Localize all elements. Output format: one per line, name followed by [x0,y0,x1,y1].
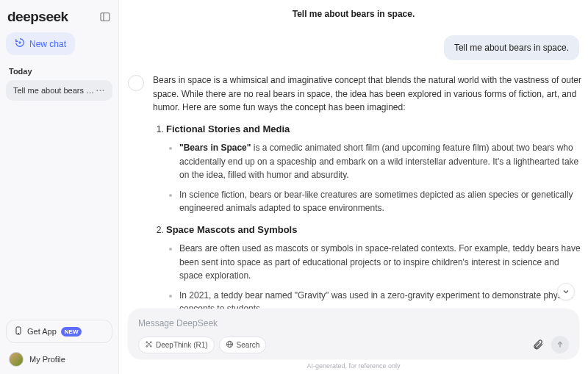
main: Tell me about bears in space. Tell me ab… [119,0,588,374]
avatar [9,352,24,367]
deepthink-icon [145,340,153,350]
send-button[interactable] [551,336,569,353]
collapse-sidebar-icon[interactable] [98,10,112,24]
assistant-section: Fictional Stories and Media "Bears in Sp… [166,122,582,215]
user-message-row: Tell me about bears in space. [128,35,579,60]
profile-label: My Profile [29,355,65,364]
scroll-to-bottom-button[interactable] [557,283,575,301]
svg-point-10 [150,345,151,347]
new-chat-label: New chat [29,39,66,49]
composer-chips: DeepThink (R1) Search [138,337,266,353]
globe-icon [226,340,234,350]
list-item: "Bears in Space" is a comedic animated s… [179,141,582,182]
svg-point-9 [146,345,148,347]
get-app-button[interactable]: Get App NEW [6,320,112,343]
deepthink-label: DeepThink (R1) [156,341,208,349]
new-chat-button[interactable]: New chat [6,32,75,55]
deepthink-chip[interactable]: DeepThink (R1) [138,337,215,353]
svg-rect-0 [101,13,110,21]
chat-item-title: Tell me about bears in space [13,86,95,95]
sidebar: deepseek New chat Today Tell me about be… [0,0,119,374]
page-title: Tell me about bears in space. [119,0,588,26]
brand-logo: deepseek [7,9,68,25]
composer-bottom: DeepThink (R1) Search [138,336,569,353]
chat-item-menu-icon[interactable]: ··· [95,86,107,95]
assistant-intro: Bears in space is a whimsical and imagin… [153,73,582,115]
get-app-label: Get App [27,327,57,336]
sidebar-header: deepseek [6,6,112,32]
section-title: Fictional Stories and Media [166,123,290,134]
composer-area: DeepThink (R1) Search [128,309,579,370]
svg-point-8 [150,341,151,342]
sidebar-chat-item[interactable]: Tell me about bears in space ··· [6,80,112,101]
attach-button[interactable] [532,339,544,350]
search-chip[interactable]: Search [219,337,267,353]
list-item: Bears are often used as mascots or symbo… [179,242,582,283]
phone-icon [14,326,23,337]
list-item: In science fiction, bears or bear-like c… [179,188,582,215]
search-label: Search [237,341,260,349]
new-badge: NEW [61,327,82,337]
new-chat-icon [15,37,25,50]
profile-button[interactable]: My Profile [6,349,112,368]
composer-actions [532,336,569,353]
svg-point-6 [148,343,150,345]
assistant-avatar-icon [128,75,144,91]
user-message-bubble: Tell me about bears in space. [444,35,579,60]
assistant-message-row: Bears in space is a whimsical and imagin… [128,73,582,323]
assistant-section: Space Mascots and Symbols Bears are ofte… [166,223,582,316]
composer: DeepThink (R1) Search [128,309,579,359]
message-input[interactable] [138,317,569,336]
assistant-body: Bears in space is a whimsical and imagin… [153,73,582,323]
composer-footnote: AI-generated, for reference only [128,362,579,370]
chat-date-header: Today [6,65,112,80]
svg-point-7 [146,341,148,342]
section-title: Space Mascots and Symbols [166,224,297,235]
